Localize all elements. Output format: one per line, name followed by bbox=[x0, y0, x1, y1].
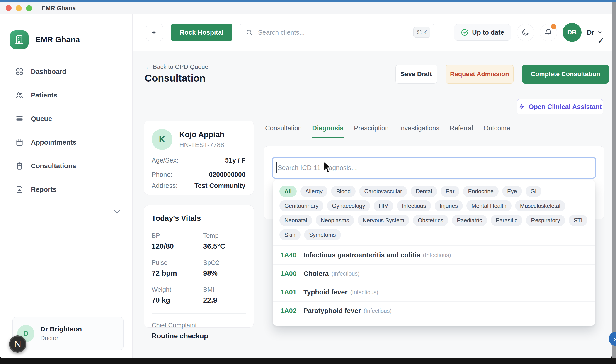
vital-label: BP bbox=[152, 232, 203, 239]
patient-row-address: Address: Test Community bbox=[152, 182, 245, 189]
user-menu-trigger[interactable]: Dr bbox=[587, 29, 603, 36]
diagnosis-result-row[interactable]: 1A02 Paratyphoid fever (Infectious) bbox=[273, 301, 595, 320]
category-chip-parasitic[interactable]: Parasitic bbox=[491, 215, 522, 226]
sidebar-item-dashboard[interactable]: Dashboard bbox=[0, 60, 132, 83]
category-chip-hiv[interactable]: HIV bbox=[374, 200, 393, 211]
vitals-divider bbox=[152, 313, 246, 314]
sidebar-item-consultations[interactable]: Consultations bbox=[0, 154, 132, 178]
global-search[interactable]: ⌘ K bbox=[240, 24, 435, 41]
category-chip-neoplasms[interactable]: Neoplasms bbox=[316, 215, 354, 226]
chief-complaint-value: Routine checkup bbox=[152, 332, 246, 340]
diagnosis-result-row[interactable]: 1A01 Typhoid fever (Infectious) bbox=[273, 283, 595, 301]
complete-consultation-button[interactable]: Complete Consultation bbox=[522, 65, 609, 84]
sidebar-item-reports[interactable]: Reports bbox=[0, 178, 132, 201]
sidebar-collapse-chevron-icon[interactable] bbox=[113, 207, 121, 216]
category-chip-blood[interactable]: Blood bbox=[331, 186, 356, 197]
category-chip-respiratory[interactable]: Respiratory bbox=[526, 215, 565, 226]
close-window-button[interactable] bbox=[6, 5, 12, 11]
vital-label: Temp bbox=[203, 232, 246, 239]
tab-consultation[interactable]: Consultation bbox=[265, 124, 302, 138]
category-chip-cardiovascular[interactable]: Cardiovascular bbox=[359, 186, 407, 197]
category-chip-skin[interactable]: Skin bbox=[280, 229, 301, 240]
user-avatar-button[interactable]: DB bbox=[563, 23, 582, 42]
vital-value: 22.9 bbox=[203, 296, 246, 304]
diagnosis-category-tag: (Infectious) bbox=[350, 289, 378, 296]
vital-bmi: BMI 22.9 bbox=[203, 286, 246, 304]
open-clinical-assistant-button[interactable]: Open Clinical Assistant bbox=[517, 99, 603, 115]
category-chip-mental-health[interactable]: Mental Health bbox=[466, 200, 511, 211]
category-chip-all[interactable]: All bbox=[280, 186, 297, 197]
category-chip-gynaecology[interactable]: Gynaecology bbox=[327, 200, 370, 211]
chief-complaint-label: Chief Complaint bbox=[152, 322, 246, 329]
request-admission-button[interactable]: Request Admission bbox=[446, 65, 513, 84]
save-draft-button[interactable]: Save Draft bbox=[396, 65, 437, 84]
sidebar-item-appointments[interactable]: Appointments bbox=[0, 130, 132, 154]
category-chip-nervous-system[interactable]: Nervous System bbox=[358, 215, 409, 226]
lightning-icon bbox=[518, 103, 525, 110]
back-to-queue-link[interactable]: ← Back to OPD Queue bbox=[145, 64, 208, 70]
category-chip-allergy[interactable]: Allergy bbox=[300, 186, 327, 197]
sidebar-user-card[interactable]: D Dr Brightson Doctor bbox=[13, 317, 124, 350]
mouse-cursor bbox=[323, 161, 333, 173]
sidebar-item-patients[interactable]: Patients bbox=[0, 83, 132, 107]
category-chip-endocrine[interactable]: Endocrine bbox=[463, 186, 499, 197]
category-chip-ear[interactable]: Ear bbox=[441, 186, 459, 197]
icd11-search-field[interactable] bbox=[272, 157, 596, 179]
diagnosis-result-row[interactable]: 1A03 Shigellosis (Bacillary dysentery) (… bbox=[273, 320, 595, 326]
sidebar-item-queue[interactable]: Queue bbox=[0, 107, 132, 130]
consultation-tabs: Consultation Diagnosis Prescription Inve… bbox=[265, 124, 510, 138]
sidebar-toggle-button[interactable] bbox=[146, 24, 163, 41]
category-chip-injuries[interactable]: Injuries bbox=[435, 200, 463, 211]
dark-mode-toggle[interactable] bbox=[517, 24, 534, 41]
minimize-window-button[interactable] bbox=[16, 5, 22, 11]
category-chip-eye[interactable]: Eye bbox=[502, 186, 522, 197]
tab-referral[interactable]: Referral bbox=[450, 124, 473, 138]
queue-icon bbox=[15, 115, 24, 123]
doctor-name: Dr Brightson bbox=[40, 325, 82, 333]
vital-value: 70 kg bbox=[152, 296, 203, 304]
global-search-input[interactable] bbox=[258, 29, 413, 36]
category-chip-obstetrics[interactable]: Obstetrics bbox=[413, 215, 449, 226]
vital-label: SpO2 bbox=[203, 259, 246, 266]
diagnosis-result-row[interactable]: 1A00 Cholera (Infectious) bbox=[273, 264, 595, 283]
patient-row-value: 51y / F bbox=[225, 157, 245, 164]
category-chip-infectious[interactable]: Infectious bbox=[397, 200, 431, 211]
macos-titlebar: EMR Ghana bbox=[0, 2, 612, 14]
tab-prescription[interactable]: Prescription bbox=[354, 124, 389, 138]
patient-summary-card: K Kojo Appiah HN-TEST-7788 Age/Sex: 51y … bbox=[144, 121, 254, 195]
sync-status-pill[interactable]: Up to date bbox=[454, 24, 511, 40]
zoom-window-button[interactable] bbox=[26, 5, 32, 11]
tab-investigations[interactable]: Investigations bbox=[399, 124, 439, 138]
category-chip-dental[interactable]: Dental bbox=[411, 186, 437, 197]
hospital-selector-button[interactable]: Rock Hospital bbox=[171, 24, 232, 41]
category-chip-neonatal[interactable]: Neonatal bbox=[280, 215, 312, 226]
icd-code: 1A03 bbox=[280, 325, 300, 326]
patients-icon bbox=[15, 91, 24, 99]
category-chip-genitourinary[interactable]: Genitourinary bbox=[280, 200, 323, 211]
diagnosis-result-row[interactable]: 1A40 Infectious gastroenteritis and coli… bbox=[273, 246, 595, 264]
category-chip-paediatric[interactable]: Paediatric bbox=[452, 215, 487, 226]
category-chip-gi[interactable]: GI bbox=[526, 186, 541, 197]
notifications-button[interactable] bbox=[540, 24, 557, 41]
category-chip-musculoskeletal[interactable]: Musculoskeletal bbox=[515, 200, 565, 211]
patient-row-label: Age/Sex: bbox=[152, 157, 178, 164]
notification-dot bbox=[551, 24, 556, 29]
chevron-down-icon bbox=[597, 29, 603, 35]
patient-row-value: 0200000000 bbox=[209, 171, 245, 178]
patient-avatar: K bbox=[152, 129, 172, 150]
category-chip-sti[interactable]: STI bbox=[569, 215, 588, 226]
vital-value: 120/80 bbox=[152, 242, 203, 250]
category-chip-symptoms[interactable]: Symptoms bbox=[304, 229, 341, 240]
notch-overlay-badge[interactable]: N bbox=[9, 336, 26, 353]
sidebar: EMR Ghana Dashboard Patients bbox=[0, 14, 133, 358]
sidebar-item-label: Patients bbox=[31, 91, 57, 99]
patient-row-phone: Phone: 0200000000 bbox=[152, 171, 245, 178]
vital-pulse: Pulse 72 bpm bbox=[152, 259, 203, 277]
tab-diagnosis[interactable]: Diagnosis bbox=[312, 124, 344, 138]
brand-name: EMR Ghana bbox=[35, 35, 80, 44]
diagnosis-name: Typhoid fever bbox=[304, 288, 347, 296]
tab-outcome[interactable]: Outcome bbox=[483, 124, 510, 138]
vital-value: 98% bbox=[203, 269, 246, 277]
icd-code: 1A40 bbox=[280, 251, 300, 259]
patient-name: Kojo Appiah bbox=[179, 130, 224, 139]
